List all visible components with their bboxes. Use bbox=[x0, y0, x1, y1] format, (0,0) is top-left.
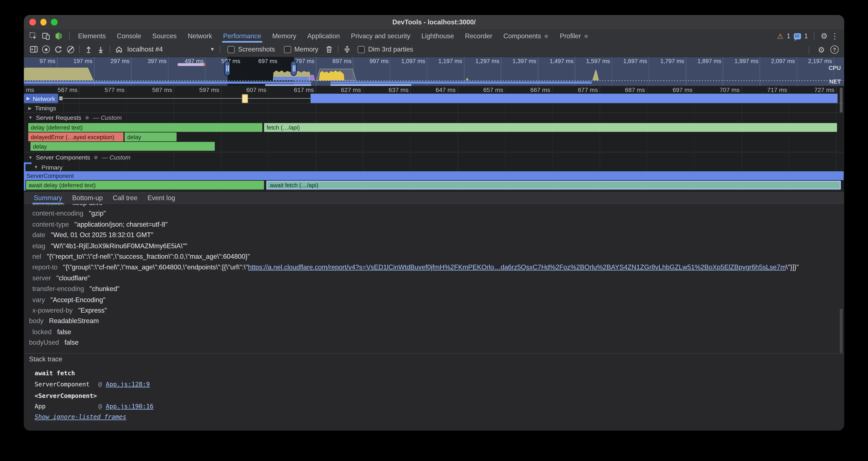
header-row: lockedfalse bbox=[24, 327, 844, 338]
flame-bar-fetch-api[interactable]: fetch (…/api) bbox=[264, 123, 837, 132]
toggle-sidebar-icon[interactable] bbox=[28, 44, 40, 55]
divider bbox=[69, 32, 70, 40]
header-row: server"cloudflare" bbox=[24, 273, 844, 284]
ruler-tick: 687 ms bbox=[612, 86, 645, 93]
overview-tick: 997 ms bbox=[355, 58, 389, 64]
record-button[interactable] bbox=[40, 44, 52, 55]
react-badge-icon: ⚛ bbox=[584, 30, 589, 42]
tab-network[interactable]: Network bbox=[182, 30, 218, 42]
reload-and-record-button[interactable] bbox=[52, 44, 64, 55]
flame-bar-await-fetch-selected[interactable]: await fetch (…/api) bbox=[266, 181, 840, 190]
checkbox-box[interactable] bbox=[284, 46, 291, 53]
divider bbox=[338, 46, 338, 53]
network-request-long[interactable] bbox=[310, 94, 837, 103]
show-ignore-listed-frames-link[interactable]: Show ignore-listed frames bbox=[35, 412, 126, 422]
timings-track-header[interactable]: ▶ Timings bbox=[28, 104, 56, 113]
stack-frame-source-link[interactable]: App.js:190:16 bbox=[106, 401, 153, 412]
warning-icon[interactable]: ⚠ bbox=[777, 32, 783, 40]
checkbox-box[interactable] bbox=[358, 46, 365, 53]
save-profile-icon[interactable] bbox=[95, 44, 107, 55]
issues-icon[interactable] bbox=[794, 33, 801, 39]
header-value: "W/\"4b1-RjEJloX9kRinu6F0MAZMmy6E5iA\"" bbox=[51, 242, 187, 250]
stack-frame-function: App bbox=[35, 401, 98, 412]
header-row: content-encoding"gzip" bbox=[24, 209, 844, 220]
flame-bar-delay-deferred[interactable]: delay (deferred text) bbox=[28, 123, 262, 132]
tab-profiler[interactable]: Profiler⚛ bbox=[554, 30, 594, 42]
primary-group-indicator bbox=[24, 162, 31, 164]
network-track-header[interactable]: ▶ Network bbox=[24, 94, 58, 103]
flame-bar-delayed-error[interactable]: delayedError (…ayed exception) bbox=[28, 132, 123, 141]
overview-tick: 797 ms bbox=[281, 58, 315, 64]
range-handle-left[interactable] bbox=[224, 61, 230, 76]
checkbox-box[interactable] bbox=[227, 46, 235, 53]
server-requests-track-header[interactable]: ▼ Server Requests ⚛ — Custom bbox=[28, 113, 122, 122]
help-icon[interactable]: ? bbox=[830, 46, 839, 54]
tab-summary[interactable]: Summary bbox=[29, 193, 67, 203]
flame-bar-delay[interactable]: delay bbox=[125, 132, 177, 141]
kebab-menu-icon[interactable]: ⋮ bbox=[831, 32, 839, 40]
vertical-scrollbar[interactable] bbox=[840, 309, 843, 353]
timeline-overview[interactable]: 97 ms 197 ms 297 ms 397 ms 497 ms 597 ms… bbox=[24, 57, 844, 86]
window-title: DevTools - localhost:3000/ bbox=[24, 15, 844, 29]
tab-recorder[interactable]: Recorder bbox=[459, 30, 498, 42]
ruler-tick: 677 ms bbox=[565, 86, 598, 93]
load-profile-icon[interactable] bbox=[83, 44, 95, 55]
tab-performance[interactable]: Performance bbox=[218, 30, 267, 42]
header-row-report-to: report-to"{\"group\":\"cf-nel\",\"max_ag… bbox=[24, 262, 844, 273]
range-handle-right[interactable] bbox=[291, 61, 297, 76]
server-components-track-header[interactable]: ▼ Server Components ⚛ — Custom bbox=[28, 153, 130, 162]
overview-network-bar bbox=[24, 81, 311, 84]
tab-console[interactable]: Console bbox=[111, 30, 147, 42]
tab-elements[interactable]: Elements bbox=[73, 30, 112, 42]
dim-3rd-parties-label: Dim 3rd parties bbox=[368, 46, 413, 53]
header-value: "Accept-Encoding" bbox=[51, 296, 105, 304]
overview-tick: 1,597 ms bbox=[577, 58, 610, 64]
tab-call-tree[interactable]: Call tree bbox=[108, 193, 143, 203]
flame-bar-server-component[interactable]: ServerComponent bbox=[24, 171, 844, 180]
settings-gear-icon[interactable]: ⚙ bbox=[820, 32, 828, 40]
ruler-tick: 597 ms bbox=[186, 86, 219, 93]
vertical-scrollbar[interactable] bbox=[840, 88, 843, 113]
report-to-url-link[interactable]: https://a.nel.cloudflare.com/report/v4?s… bbox=[248, 263, 786, 271]
header-value: "{\"report_to\":\"cf-nel\",\"success_fra… bbox=[47, 253, 250, 260]
summary-pane[interactable]: connection"keep-alive" content-encoding"… bbox=[24, 204, 844, 431]
inspect-element-icon[interactable] bbox=[28, 31, 39, 42]
tab-bottom-up[interactable]: Bottom-up bbox=[67, 193, 108, 203]
ruler-tick: 697 ms bbox=[659, 86, 693, 93]
home-icon[interactable] bbox=[113, 44, 125, 55]
tab-privacy-and-security[interactable]: Privacy and security bbox=[345, 30, 416, 42]
tab-event-log[interactable]: Event log bbox=[143, 193, 180, 203]
timings-track-label: Timings bbox=[35, 105, 56, 111]
divider bbox=[110, 46, 110, 53]
tab-sources[interactable]: Sources bbox=[147, 30, 182, 42]
tab-memory[interactable]: Memory bbox=[267, 30, 302, 42]
chevron-down-icon: ▼ bbox=[210, 47, 215, 52]
capture-settings-gear-icon[interactable]: ⚙ bbox=[818, 46, 825, 54]
track-grip-handle[interactable] bbox=[59, 96, 63, 100]
history-dropdown[interactable]: localhost #4 ▼ bbox=[127, 46, 215, 53]
overview-tick: 1,797 ms bbox=[651, 58, 684, 64]
tab-application[interactable]: Application bbox=[302, 30, 345, 42]
device-toolbar-icon[interactable] bbox=[40, 31, 52, 42]
node-icon[interactable] bbox=[53, 31, 64, 42]
divider bbox=[814, 32, 815, 40]
flame-bar-await-delay[interactable]: await delay (deferred text) bbox=[26, 181, 264, 190]
network-track[interactable]: ▶ Network bbox=[24, 94, 844, 103]
network-request-short[interactable] bbox=[242, 94, 248, 103]
primary-group-header[interactable]: ▼ Primary bbox=[34, 163, 62, 171]
header-row: etag"W/\"4b1-RjEJloX9kRinu6F0MAZMmy6E5iA… bbox=[24, 241, 844, 252]
clear-button[interactable] bbox=[64, 44, 76, 55]
dim-3rd-parties-checkbox[interactable]: Dim 3rd parties bbox=[358, 46, 413, 53]
stack-frame-source-link[interactable]: App.js:128:9 bbox=[106, 379, 150, 390]
screenshots-checkbox[interactable]: Screenshots bbox=[227, 46, 275, 53]
header-key: bodyUsed bbox=[24, 338, 59, 348]
flame-bar-delay[interactable]: delay bbox=[30, 142, 214, 151]
collapse-sections-icon[interactable] bbox=[341, 44, 353, 55]
collect-garbage-icon[interactable] bbox=[323, 44, 335, 55]
overview-tick: 697 ms bbox=[244, 58, 277, 64]
tab-lighthouse[interactable]: Lighthouse bbox=[416, 30, 459, 42]
memory-checkbox[interactable]: Memory bbox=[284, 46, 318, 53]
tab-components[interactable]: Components⚛ bbox=[498, 30, 554, 42]
issues-count: 1 bbox=[804, 32, 808, 40]
flamechart-tracks[interactable]: ▶ Network ▶ Timings ▼ Server Requests ⚛ … bbox=[24, 94, 844, 192]
